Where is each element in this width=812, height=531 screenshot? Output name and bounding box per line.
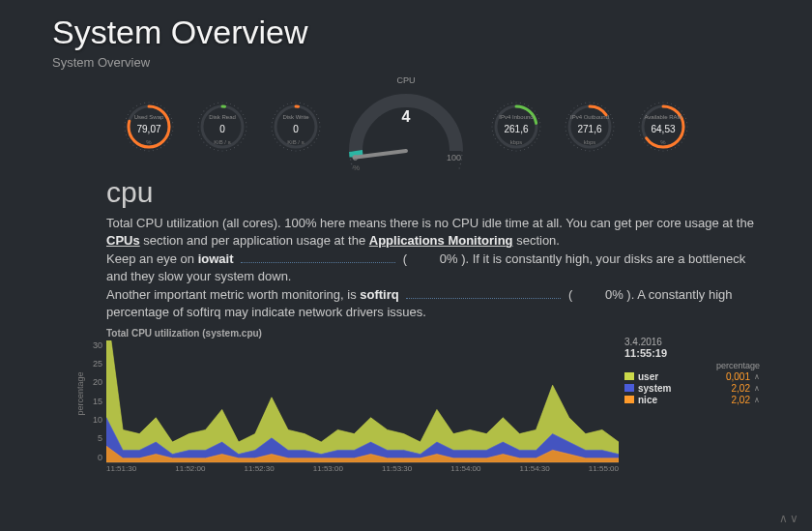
svg-point-209 — [601, 147, 602, 148]
chevron-up-icon[interactable]: ∧ — [779, 512, 790, 525]
link-app-monitoring[interactable]: Applications Monitoring — [369, 233, 513, 248]
svg-point-11 — [171, 134, 172, 135]
text: Another important metric worth monitorin… — [106, 287, 360, 302]
svg-point-175 — [511, 150, 512, 151]
svg-point-25 — [126, 134, 127, 135]
legend-value: 2,02 — [732, 383, 750, 394]
chart-cpu-utilization: Total CPU utilization (system.cpu) perce… — [106, 328, 812, 476]
svg-point-153 — [461, 155, 462, 156]
svg-point-264 — [647, 107, 648, 108]
metric-softirq: softirq — [360, 287, 398, 302]
svg-point-95 — [291, 150, 292, 151]
svg-point-17 — [153, 150, 154, 151]
svg-point-80 — [310, 107, 311, 108]
chart-plot[interactable] — [106, 340, 619, 463]
gauge-disk-write[interactable]: Disk Write 0 KiB / s — [270, 101, 322, 153]
svg-point-267 — [658, 103, 659, 103]
chart-legend: 3.4.2016 11:55:19 percentage user 0,001 … — [624, 337, 760, 405]
gauge-unit: % — [353, 163, 360, 172]
gauge-unit: KiB / s — [270, 139, 322, 145]
svg-point-16 — [157, 149, 158, 150]
gauge-disk-read[interactable]: Disk Read 0 KiB / s — [196, 101, 248, 153]
svg-point-42 — [237, 107, 238, 108]
svg-point-3 — [160, 105, 161, 106]
svg-point-225 — [570, 110, 571, 111]
gauge-ram[interactable]: Available RAM 64,53 % — [637, 101, 689, 153]
text: Total CPU utilization (all cores). 100% … — [106, 216, 754, 230]
gauge-label: Used Swap — [123, 114, 175, 120]
metric-softirq-pct: 0% — [605, 287, 624, 302]
legend-row[interactable]: nice 2,02 ∧ — [624, 395, 760, 405]
svg-point-79 — [307, 105, 308, 106]
sparkline-softirq[interactable] — [406, 288, 561, 299]
gauge-ipv4-out[interactable]: IPv4 Outbound 271,6 kbps — [564, 101, 616, 153]
svg-point-57 — [218, 150, 218, 151]
svg-point-243 — [685, 134, 686, 135]
svg-point-229 — [585, 103, 586, 103]
link-cpus[interactable]: CPUs — [106, 233, 140, 248]
svg-point-87 — [318, 134, 319, 135]
svg-point-73 — [218, 103, 218, 103]
svg-point-199 — [608, 110, 609, 111]
svg-point-69 — [203, 110, 204, 111]
svg-point-91 — [307, 147, 308, 148]
legend-time: 11:55:19 — [624, 347, 760, 359]
chevron-up-icon: ∧ — [754, 372, 760, 381]
svg-point-160 — [531, 107, 532, 108]
gauge-value: 271,6 — [564, 124, 616, 134]
chevron-down-icon[interactable]: ∨ — [790, 512, 800, 525]
svg-point-4 — [163, 107, 164, 108]
svg-point-97 — [283, 147, 284, 148]
svg-point-253 — [651, 147, 652, 148]
svg-point-198 — [604, 107, 605, 108]
chart-xticks: 11:51:3011:52:0011:52:3011:53:0011:53:30… — [106, 464, 619, 473]
svg-point-70 — [206, 107, 207, 108]
svg-point-197 — [601, 105, 602, 106]
svg-point-227 — [577, 105, 578, 106]
svg-point-266 — [654, 103, 655, 104]
gauge-cpu[interactable]: CPU 4 0 100 % — [343, 83, 469, 170]
svg-point-161 — [535, 110, 536, 111]
svg-point-232 — [662, 102, 663, 103]
svg-point-191 — [511, 103, 512, 103]
svg-point-233 — [667, 103, 668, 103]
legend-header: percentage — [624, 361, 760, 370]
svg-point-173 — [520, 150, 521, 151]
svg-point-157 — [520, 103, 521, 103]
legend-swatch — [624, 372, 634, 380]
gauge-min: 0 — [353, 153, 358, 162]
page-subtitle: System Overview — [52, 55, 812, 70]
svg-point-18 — [148, 150, 149, 151]
scroll-nav[interactable]: ∧∨ — [779, 512, 800, 525]
svg-point-43 — [241, 110, 242, 111]
svg-point-35 — [144, 103, 145, 103]
gauge-value: 64,53 — [637, 124, 689, 134]
svg-point-226 — [573, 107, 574, 108]
svg-point-174 — [515, 150, 516, 151]
svg-point-150 — [458, 167, 459, 168]
legend-row[interactable]: user 0,001 ∧ — [624, 371, 760, 382]
svg-point-76 — [295, 102, 296, 103]
svg-point-188 — [500, 107, 501, 108]
svg-point-156 — [515, 102, 516, 103]
gauge-ipv4-in[interactable]: IPv4 Inbound 261,6 kbps — [490, 101, 542, 153]
svg-point-234 — [671, 103, 672, 104]
svg-point-32 — [132, 107, 133, 108]
gauge-max: 100 — [447, 153, 461, 162]
svg-point-5 — [167, 110, 168, 111]
legend-swatch — [624, 384, 634, 392]
svg-point-187 — [497, 110, 498, 111]
svg-point-71 — [210, 105, 211, 106]
sparkline-iowait[interactable] — [241, 252, 395, 263]
legend-name: nice — [638, 395, 657, 405]
svg-point-177 — [504, 147, 505, 148]
gauge-used-swap[interactable]: Used Swap 79,07 % — [123, 101, 175, 153]
svg-point-39 — [226, 103, 227, 103]
legend-value: 2,02 — [732, 395, 750, 405]
svg-point-159 — [528, 105, 529, 106]
gauge-label: IPv4 Outbound — [564, 114, 616, 120]
svg-point-250 — [662, 150, 663, 151]
svg-point-109 — [283, 105, 284, 106]
legend-row[interactable]: system 2,02 ∧ — [624, 383, 760, 394]
svg-point-107 — [276, 110, 277, 111]
